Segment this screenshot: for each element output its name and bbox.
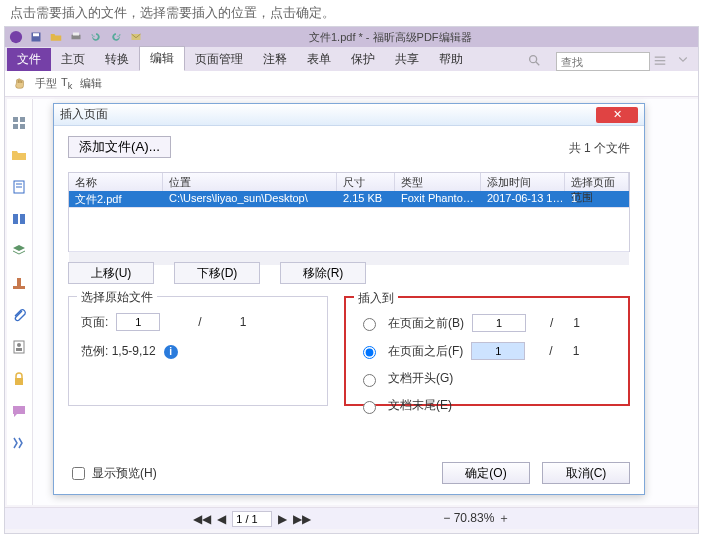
svg-rect-10 [655,64,666,65]
signature-icon[interactable] [11,339,29,357]
show-preview-label: 显示预览(H) [92,465,157,482]
left-sidebar [7,99,33,505]
move-up-button[interactable]: 上移(U) [68,262,154,284]
tab-page-mgmt[interactable]: 页面管理 [185,48,253,71]
save-icon[interactable] [29,30,43,44]
page-input[interactable] [232,511,272,527]
layers-icon[interactable] [11,243,29,261]
comment-list-icon[interactable] [11,403,29,421]
after-page-input[interactable] [471,342,525,360]
app-icon [9,30,23,44]
close-icon[interactable]: ✕ [596,107,638,123]
undo-icon[interactable] [89,30,103,44]
add-file-button[interactable]: 添加文件(A)... [68,136,171,158]
col-name[interactable]: 名称 [69,173,163,191]
svg-rect-13 [13,124,18,129]
minimize-ribbon-icon[interactable] [677,53,695,71]
cell-location: C:\Users\liyao_sun\Desktop\ [163,191,337,207]
ribbon-menu-icon[interactable] [653,53,671,71]
before-total: 1 [573,316,580,330]
prev-page-icon[interactable]: ◀ [217,512,226,526]
files-grid: 名称 位置 尺寸 类型 添加时间 选择页面范围 文件2.pdf C:\Users… [68,172,630,252]
svg-point-6 [530,56,537,63]
source-panel: 选择原始文件 页面: / 1 范例: 1,5-9,12 i [68,296,328,406]
show-preview-checkbox[interactable] [72,467,85,480]
col-location[interactable]: 位置 [163,173,337,191]
tab-protect[interactable]: 保护 [341,48,385,71]
col-type[interactable]: 类型 [395,173,481,191]
tab-help[interactable]: 帮助 [429,48,473,71]
radio-before-page[interactable] [363,318,376,331]
info-icon[interactable]: i [164,345,178,359]
folder-icon[interactable] [11,147,29,165]
file-count-label: 共 1 个文件 [569,140,630,157]
tab-convert[interactable]: 转换 [95,48,139,71]
attachment-icon[interactable] [11,307,29,325]
before-page-input[interactable] [472,314,526,332]
status-bar: ◀◀ ◀ ▶ ▶▶ − 70.83% ＋ [5,507,698,529]
edit-tool-label: Tk [61,76,72,91]
svg-rect-11 [13,117,18,122]
last-page-icon[interactable]: ▶▶ [293,512,311,526]
svg-rect-8 [655,57,666,58]
find-input[interactable] [556,52,650,71]
radio-after-page[interactable] [363,346,376,359]
svg-point-20 [17,343,21,347]
doc-begin-label: 文档开头(G) [388,370,453,387]
tab-file[interactable]: 文件 [7,48,51,71]
find-box[interactable] [556,52,650,71]
move-down-button[interactable]: 下移(D) [174,262,260,284]
range-example-label: 范例: 1,5-9,12 [81,343,156,360]
after-total: 1 [573,344,580,358]
tab-comment[interactable]: 注释 [253,48,297,71]
slash-1: / [550,316,553,330]
thumbnails-icon[interactable] [11,115,29,133]
col-size[interactable]: 尺寸 [337,173,395,191]
source-page-input[interactable] [116,313,160,331]
svg-rect-22 [15,378,23,385]
svg-rect-21 [16,348,22,351]
insert-to-panel: 插入到 在页面之前(B) / 1 在页面之后(F) / [344,296,630,406]
search-icon[interactable] [527,53,545,71]
svg-point-0 [10,31,22,43]
cell-time: 2017-06-13 1… [481,191,565,207]
source-panel-label: 选择原始文件 [77,289,157,306]
tab-form[interactable]: 表单 [297,48,341,71]
dialog-titlebar: 插入页面 ✕ [54,104,644,126]
stamp-icon[interactable] [11,275,29,293]
cancel-button[interactable]: 取消(C) [542,462,630,484]
table-row[interactable]: 文件2.pdf C:\Users\liyao_sun\Desktop\ 2.15… [69,191,629,207]
print-icon[interactable] [69,30,83,44]
pages-icon[interactable] [11,179,29,197]
open-icon[interactable] [49,30,63,44]
tab-edit[interactable]: 编辑 [139,46,185,71]
ok-button[interactable]: 确定(O) [442,462,530,484]
app-window: 文件1.pdf * - 福昕高级PDF编辑器 文件 主页 转换 编辑 页面管理 … [4,26,699,534]
tab-home[interactable]: 主页 [51,48,95,71]
redo-icon[interactable] [109,30,123,44]
book-icon[interactable] [11,211,29,229]
settings-icon[interactable] [11,435,29,453]
radio-doc-begin[interactable] [363,374,376,387]
cell-name: 文件2.pdf [69,191,163,207]
svg-rect-18 [13,286,25,289]
svg-rect-14 [20,124,25,129]
hand-tool-label: 手型 [35,76,57,91]
ribbon-tabs: 文件 主页 转换 编辑 页面管理 注释 表单 保护 共享 帮助 [5,47,698,71]
zoom-out-icon[interactable]: − [443,511,450,525]
first-page-icon[interactable]: ◀◀ [193,512,211,526]
security-icon[interactable] [11,371,29,389]
zoom-in-icon[interactable]: ＋ [498,511,510,525]
next-page-icon[interactable]: ▶ [278,512,287,526]
instruction-text: 点击需要插入的文件，选择需要插入的位置，点击确定。 [0,0,701,26]
insert-panel-label: 插入到 [354,290,398,307]
edit-tool-text: 编辑 [80,76,102,91]
tab-share[interactable]: 共享 [385,48,429,71]
remove-button[interactable]: 移除(R) [280,262,366,284]
radio-doc-end[interactable] [363,401,376,414]
mail-icon[interactable] [129,30,143,44]
col-range[interactable]: 选择页面范围 [565,173,629,191]
col-time[interactable]: 添加时间 [481,173,565,191]
quick-access-toolbar: 文件1.pdf * - 福昕高级PDF编辑器 [5,27,698,47]
hand-tool-icon[interactable] [13,76,27,92]
